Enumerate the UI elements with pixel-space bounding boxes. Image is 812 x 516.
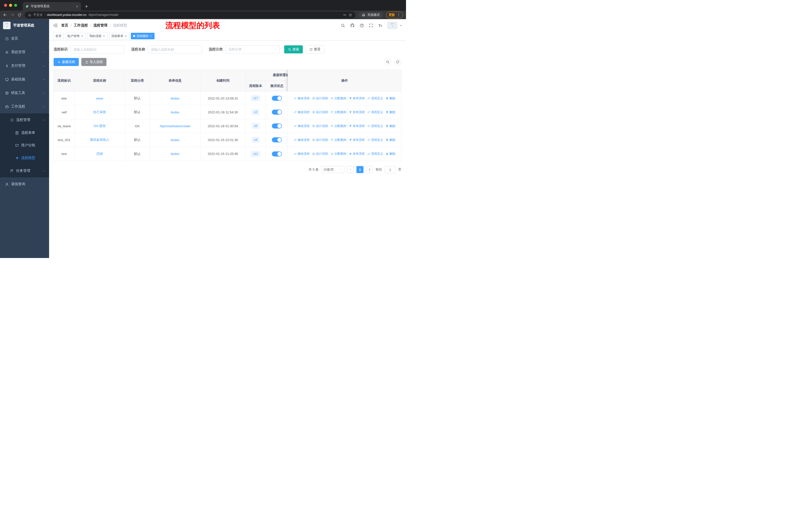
active-toggle[interactable]: [272, 152, 282, 157]
delete-action-link[interactable]: 删除: [386, 152, 396, 156]
design-action-link[interactable]: 设计流程: [312, 96, 328, 101]
import-process-button[interactable]: 导入流程: [81, 58, 107, 66]
process-name-link[interactable]: eeee: [96, 97, 103, 100]
sidebar-item-payment-management[interactable]: 支付管理: [0, 59, 49, 73]
page-number-button[interactable]: 1: [356, 166, 364, 173]
sidebar-item-home[interactable]: 首页: [0, 32, 49, 45]
definition-action-link[interactable]: 流程定义: [367, 96, 383, 101]
publish-action-link[interactable]: 发布流程: [349, 96, 365, 101]
modify-action-link[interactable]: 修改流程: [294, 138, 310, 142]
window-zoom-button[interactable]: [14, 4, 17, 7]
fullscreen-icon[interactable]: [369, 23, 373, 27]
view-tag[interactable]: 流程表单: [109, 33, 129, 39]
sidebar-item-user-group[interactable]: 用户分组: [0, 139, 49, 152]
delete-action-link[interactable]: 删除: [386, 124, 396, 128]
modify-action-link[interactable]: 修改流程: [294, 124, 310, 128]
password-key-icon[interactable]: [343, 13, 347, 17]
address-bar[interactable]: 不安全 dashboard.yudao.iocoder.cn/bpm/manag…: [25, 11, 355, 19]
close-icon[interactable]: [81, 35, 83, 37]
view-tag[interactable]: 首页: [53, 33, 64, 39]
active-toggle[interactable]: [272, 96, 282, 101]
active-toggle[interactable]: [272, 137, 282, 142]
reload-icon[interactable]: [18, 13, 21, 17]
new-tab-button[interactable]: [85, 4, 88, 8]
sidebar-fold-icon[interactable]: [53, 23, 58, 28]
prev-page-button[interactable]: [347, 166, 354, 173]
view-tag[interactable]: 我的流程: [87, 33, 108, 39]
user-menu-caret-icon[interactable]: [400, 24, 402, 27]
delete-action-link[interactable]: 删除: [386, 138, 396, 142]
window-minimize-button[interactable]: [9, 4, 12, 7]
design-action-link[interactable]: 设计流程: [312, 138, 328, 142]
assign-rule-action-link[interactable]: 分配规则: [330, 96, 346, 101]
sidebar-item-system-management[interactable]: 系统管理: [0, 45, 49, 59]
process-name-link[interactable]: 自己审批: [93, 110, 106, 114]
view-tag[interactable]: 流程模型: [131, 33, 154, 39]
assign-rule-action-link[interactable]: 分配规则: [330, 124, 346, 128]
browser-tab[interactable]: 芋道管理系统: [23, 2, 81, 10]
close-icon[interactable]: [150, 35, 152, 37]
process-name-input[interactable]: [148, 45, 202, 53]
form-info-link[interactable]: /bpm/oa/leave/create: [160, 124, 190, 128]
breadcrumb-item[interactable]: 首页: [61, 23, 68, 28]
search-icon[interactable]: [341, 23, 345, 28]
publish-action-link[interactable]: 发布流程: [349, 152, 365, 156]
modify-action-link[interactable]: 修改流程: [294, 110, 310, 114]
tab-close-icon[interactable]: [76, 5, 79, 8]
design-action-link[interactable]: 设计流程: [312, 152, 328, 156]
design-action-link[interactable]: 设计流程: [312, 110, 328, 114]
definition-action-link[interactable]: 流程定义: [367, 110, 383, 114]
form-info-link[interactable]: biubiu: [171, 110, 179, 114]
definition-action-link[interactable]: 流程定义: [367, 152, 383, 156]
definition-action-link[interactable]: 流程定义: [367, 124, 383, 128]
breadcrumb-item[interactable]: 工作流程: [74, 23, 88, 28]
process-name-link[interactable]: OA 请假: [94, 124, 106, 128]
search-button[interactable]: 搜索: [284, 45, 303, 53]
category-select[interactable]: 流程分类: [225, 45, 280, 53]
assign-rule-action-link[interactable]: 分配规则: [330, 152, 346, 156]
sidebar-item-task-management[interactable]: 任务管理: [0, 164, 49, 178]
process-name-link[interactable]: 测试多审批人: [90, 138, 110, 142]
form-info-link[interactable]: biubiu: [171, 97, 179, 100]
help-icon[interactable]: [360, 23, 364, 28]
modify-action-link[interactable]: 修改流程: [294, 96, 310, 101]
close-icon[interactable]: [124, 35, 127, 37]
font-size-icon[interactable]: [378, 23, 382, 28]
goto-page-input[interactable]: [385, 166, 396, 173]
publish-action-link[interactable]: 发布流程: [349, 110, 365, 114]
form-info-link[interactable]: biubiu: [171, 138, 179, 142]
delete-action-link[interactable]: 删除: [386, 96, 396, 101]
modify-action-link[interactable]: 修改流程: [294, 152, 310, 156]
publish-action-link[interactable]: 发布流程: [349, 138, 365, 142]
browser-menu-icon[interactable]: [397, 13, 401, 17]
reset-button[interactable]: 重置: [305, 45, 324, 53]
sidebar-item-leave-query[interactable]: 请假查询: [0, 178, 49, 191]
bookmark-star-icon[interactable]: [349, 13, 352, 17]
window-close-button[interactable]: [4, 4, 7, 7]
active-toggle[interactable]: [272, 124, 282, 129]
sidebar-item-process-model[interactable]: 流程模型: [0, 152, 49, 164]
definition-action-link[interactable]: 流程定义: [367, 138, 383, 142]
forward-icon[interactable]: [10, 13, 14, 17]
assign-rule-action-link[interactable]: 分配规则: [330, 110, 346, 114]
update-button[interactable]: 更新: [386, 11, 403, 19]
sidebar-item-infrastructure[interactable]: 基础设施: [0, 73, 49, 86]
view-tag[interactable]: 租户管理: [65, 33, 86, 39]
user-avatar[interactable]: [387, 22, 398, 29]
process-key-input[interactable]: [70, 45, 124, 53]
active-toggle[interactable]: [272, 110, 282, 115]
page-size-select[interactable]: 10条/页: [321, 166, 344, 173]
delete-action-link[interactable]: 删除: [386, 110, 396, 114]
sidebar-item-process-form[interactable]: 流程表单: [0, 127, 49, 139]
design-action-link[interactable]: 设计流程: [312, 124, 328, 128]
create-process-button[interactable]: 新建流程: [54, 58, 79, 66]
form-info-link[interactable]: biubiu: [171, 152, 179, 156]
show-search-button[interactable]: [384, 58, 392, 66]
github-icon[interactable]: [350, 23, 355, 28]
next-page-button[interactable]: [366, 166, 373, 173]
sidebar-item-workflow[interactable]: 工作流程: [0, 100, 49, 113]
close-icon[interactable]: [103, 35, 105, 37]
back-icon[interactable]: [3, 13, 7, 17]
breadcrumb-item[interactable]: 流程管理: [93, 23, 108, 28]
sidebar-item-dev-tools[interactable]: 研发工具: [0, 86, 49, 100]
